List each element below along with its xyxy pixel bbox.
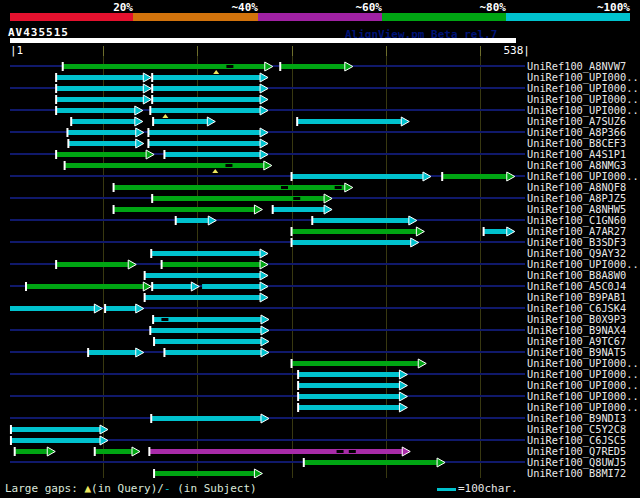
alignment-arrow[interactable] [399, 403, 407, 412]
alignment-arrow[interactable] [260, 73, 268, 82]
alignment-arrow[interactable] [143, 95, 151, 104]
alignment-bar[interactable] [152, 97, 261, 102]
alignment-bar[interactable] [292, 361, 420, 366]
alignment-arrow[interactable] [345, 62, 353, 71]
alignment-arrow[interactable] [260, 293, 268, 302]
alignment-arrow[interactable] [135, 117, 143, 126]
alignment-bar[interactable] [56, 86, 144, 91]
alignment-arrow[interactable] [261, 414, 269, 423]
alignment-arrow[interactable] [324, 194, 332, 203]
alignment-arrow[interactable] [260, 84, 268, 93]
alignment-bar[interactable] [154, 471, 255, 476]
alignment-arrow[interactable] [399, 392, 407, 401]
alignment-arrow[interactable] [507, 227, 515, 236]
alignment-arrow[interactable] [136, 139, 144, 148]
alignment-bar[interactable] [148, 130, 261, 135]
alignment-bar[interactable] [152, 75, 261, 80]
alignment-arrow[interactable] [402, 447, 410, 456]
alignment-arrow[interactable] [260, 95, 268, 104]
alignment-arrow[interactable] [265, 62, 273, 71]
alignment-bar[interactable] [68, 141, 136, 146]
alignment-bar[interactable] [114, 207, 256, 212]
alignment-bar[interactable] [11, 427, 101, 432]
alignment-bar[interactable] [56, 262, 129, 267]
alignment-arrow[interactable] [507, 172, 515, 181]
alignment-bar[interactable] [114, 185, 346, 190]
alignment-arrow[interactable] [143, 282, 151, 291]
alignment-bar[interactable] [56, 75, 144, 80]
alignment-bar[interactable] [162, 262, 261, 267]
alignment-bar[interactable] [484, 229, 508, 234]
alignment-arrow[interactable] [264, 161, 272, 170]
alignment-bar[interactable] [150, 328, 262, 333]
alignment-bar[interactable] [67, 130, 136, 135]
alignment-arrow[interactable] [132, 447, 140, 456]
alignment-bar[interactable] [298, 383, 400, 388]
alignment-bar[interactable] [151, 416, 262, 421]
alignment-arrow[interactable] [399, 370, 407, 379]
alignment-arrow[interactable] [254, 469, 262, 478]
alignment-bar[interactable] [26, 284, 144, 289]
alignment-bar[interactable] [152, 86, 261, 91]
alignment-arrow[interactable] [416, 227, 424, 236]
alignment-arrow[interactable] [260, 249, 268, 258]
alignment-bar[interactable] [153, 317, 262, 322]
alignment-arrow[interactable] [260, 128, 268, 137]
alignment-arrow[interactable] [260, 150, 268, 159]
alignment-arrow[interactable] [411, 238, 419, 247]
alignment-bar[interactable] [145, 295, 261, 300]
alignment-bar[interactable] [312, 218, 410, 223]
alignment-bar[interactable] [273, 207, 325, 212]
alignment-bar[interactable] [298, 394, 400, 399]
alignment-bar[interactable] [442, 174, 508, 179]
alignment-bar[interactable] [151, 251, 261, 256]
alignment-bar[interactable] [150, 108, 261, 113]
alignment-arrow[interactable] [260, 282, 268, 291]
alignment-arrow[interactable] [261, 337, 269, 346]
alignment-arrow[interactable] [324, 205, 332, 214]
alignment-arrow[interactable] [423, 172, 431, 181]
alignment-arrow[interactable] [399, 381, 407, 390]
alignment-arrow[interactable] [136, 128, 144, 137]
alignment-bar[interactable] [56, 108, 136, 113]
alignment-bar[interactable] [65, 163, 265, 168]
alignment-bar[interactable] [88, 350, 137, 355]
alignment-arrow[interactable] [260, 260, 268, 269]
alignment-arrow[interactable] [47, 447, 55, 456]
alignment-arrow[interactable] [261, 348, 269, 357]
alignment-arrow[interactable] [128, 260, 136, 269]
alignment-arrow[interactable] [261, 326, 269, 335]
alignment-bar[interactable] [292, 229, 418, 234]
alignment-bar[interactable] [56, 97, 144, 102]
alignment-bar[interactable] [154, 339, 262, 344]
alignment-bar[interactable] [63, 64, 266, 69]
alignment-bar[interactable] [202, 284, 261, 289]
alignment-bar[interactable] [145, 273, 261, 278]
alignment-arrow[interactable] [207, 117, 215, 126]
alignment-bar[interactable] [148, 141, 261, 146]
alignment-arrow[interactable] [409, 216, 417, 225]
alignment-arrow[interactable] [254, 205, 262, 214]
alignment-arrow[interactable] [146, 150, 154, 159]
alignment-bar[interactable] [56, 152, 147, 157]
alignment-arrow[interactable] [261, 315, 269, 324]
alignment-bar[interactable] [152, 284, 192, 289]
alignment-bar[interactable] [280, 64, 346, 69]
alignment-arrow[interactable] [136, 304, 144, 313]
alignment-arrow[interactable] [437, 458, 445, 467]
alignment-bar[interactable] [10, 306, 95, 311]
alignment-bar[interactable] [297, 119, 402, 124]
alignment-bar[interactable] [15, 449, 49, 454]
alignment-bar[interactable] [164, 152, 261, 157]
alignment-arrow[interactable] [260, 139, 268, 148]
row-label[interactable]: UniRef100_B8MI72 [527, 467, 626, 478]
alignment-arrow[interactable] [260, 106, 268, 115]
alignment-arrow[interactable] [143, 73, 151, 82]
alignment-bar[interactable] [292, 240, 412, 245]
alignment-bar[interactable] [298, 405, 400, 410]
alignment-bar[interactable] [292, 174, 424, 179]
alignment-arrow[interactable] [94, 304, 102, 313]
alignment-bar[interactable] [298, 372, 400, 377]
alignment-arrow[interactable] [260, 271, 268, 280]
alignment-arrow[interactable] [401, 117, 409, 126]
